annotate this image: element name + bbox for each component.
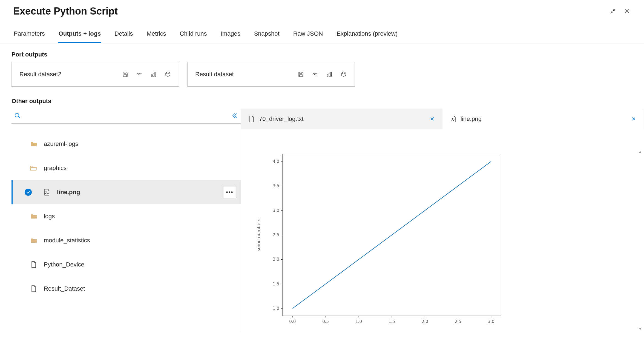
tree-item-module-statistics[interactable]: module_statistics <box>12 228 241 253</box>
file-icon <box>249 116 255 122</box>
svg-rect-5 <box>327 75 328 76</box>
preview-icon[interactable] <box>312 71 318 78</box>
port-output-label: Result dataset2 <box>19 71 122 78</box>
chart-ytick: 3.5 <box>273 183 279 188</box>
port-outputs-heading: Port outputs <box>12 51 633 58</box>
chart-xtick: 1.5 <box>389 319 395 324</box>
chart-ytick: 2.5 <box>273 232 279 237</box>
chart-ytick: 1.0 <box>273 306 279 311</box>
image-icon <box>43 189 50 196</box>
tree-item-label: logs <box>44 213 55 220</box>
close-tab-icon[interactable]: ✕ <box>631 116 636 122</box>
tree-item-azureml-logs[interactable]: azureml-logs <box>12 132 241 156</box>
svg-line-9 <box>18 117 20 118</box>
tree-item-label: Result_Dataset <box>44 285 85 292</box>
collapse-icon[interactable] <box>231 112 238 120</box>
chart-xtick: 1.0 <box>355 319 362 324</box>
tree-item-label: azureml-logs <box>44 140 78 148</box>
tab-child-runs[interactable]: Child runs <box>179 30 207 43</box>
file-tab-label: 70_driver_log.txt <box>259 115 426 123</box>
svg-point-4 <box>314 73 316 75</box>
tab-outputs-logs[interactable]: Outputs + logs <box>58 30 102 43</box>
preview-icon[interactable] <box>136 71 143 78</box>
save-icon[interactable] <box>122 71 128 78</box>
chart-ytick: 2.0 <box>273 257 279 262</box>
file-icon <box>30 285 37 292</box>
tree-item-result-dataset[interactable]: Result_Dataset <box>12 277 241 301</box>
tree-item-label: line.png <box>57 189 80 196</box>
tab-metrics[interactable]: Metrics <box>146 30 167 43</box>
tab-raw-json[interactable]: Raw JSON <box>293 30 324 43</box>
chart-xtick: 2.0 <box>422 319 428 324</box>
checkmark-icon <box>25 189 32 196</box>
register-dataset-icon[interactable] <box>165 71 171 78</box>
vertical-scrollbar[interactable]: ▲ ▼ <box>636 148 644 332</box>
folder-open-icon <box>30 165 37 172</box>
svg-rect-7 <box>330 72 332 76</box>
tab-images[interactable]: Images <box>220 30 241 43</box>
folder-icon <box>30 213 37 220</box>
port-output-label: Result dataset <box>195 71 298 78</box>
scroll-down-icon[interactable]: ▼ <box>636 325 644 332</box>
folder-icon <box>30 140 37 148</box>
svg-point-10 <box>45 191 46 192</box>
chart-ytick: 1.5 <box>273 282 279 287</box>
page-title: Execute Python Script <box>13 5 609 17</box>
chart-ylabel: some numbers <box>256 219 261 251</box>
file-tab-70-driver-log-txt[interactable]: 70_driver_log.txt✕ <box>241 109 442 129</box>
register-dataset-icon[interactable] <box>340 71 347 78</box>
file-icon <box>30 261 37 268</box>
search-icon[interactable] <box>14 112 21 120</box>
svg-rect-1 <box>151 75 153 76</box>
restore-icon[interactable] <box>609 7 617 15</box>
svg-point-0 <box>139 73 140 75</box>
close-icon[interactable] <box>623 7 631 15</box>
close-tab-icon[interactable]: ✕ <box>430 116 435 122</box>
file-tab-label: line.png <box>461 115 627 123</box>
tree-item-label: module_statistics <box>44 237 90 244</box>
line-chart: 0.00.51.01.52.02.53.01.01.52.02.53.03.54… <box>252 146 507 332</box>
tree-item-logs[interactable]: logs <box>12 204 241 228</box>
other-outputs-heading: Other outputs <box>12 98 633 105</box>
chart-xtick: 0.0 <box>289 319 296 324</box>
chart-xtick: 0.5 <box>322 319 329 324</box>
chart-series <box>292 161 491 308</box>
visualize-icon[interactable] <box>326 71 333 78</box>
tree-item-line-png[interactable]: line.png••• <box>12 180 241 204</box>
svg-rect-6 <box>329 73 330 76</box>
chart-xtick: 3.0 <box>488 319 495 324</box>
more-button[interactable]: ••• <box>223 186 236 198</box>
tree-item-label: Python_Device <box>44 261 84 268</box>
visualize-icon[interactable] <box>150 71 157 78</box>
svg-rect-2 <box>153 73 154 76</box>
port-output-card: Result dataset2 <box>12 62 179 87</box>
tab-details[interactable]: Details <box>114 30 133 43</box>
tree-item-label: graphics <box>44 165 67 172</box>
svg-point-11 <box>452 118 453 119</box>
svg-point-8 <box>15 113 19 117</box>
chart-xtick: 2.5 <box>455 319 461 324</box>
chart-ytick: 4.0 <box>273 159 279 164</box>
file-tab-line-png[interactable]: line.png✕ <box>442 109 644 129</box>
scroll-up-icon[interactable]: ▲ <box>636 148 644 155</box>
image-icon <box>450 116 456 122</box>
folder-icon <box>30 237 37 244</box>
chart-ytick: 3.0 <box>273 208 279 213</box>
svg-rect-3 <box>155 72 156 76</box>
tab-explanations-preview-[interactable]: Explanations (preview) <box>336 30 398 43</box>
save-icon[interactable] <box>298 71 304 78</box>
port-output-card: Result dataset <box>187 62 355 87</box>
tree-item-python-device[interactable]: Python_Device <box>12 253 241 277</box>
tree-item-graphics[interactable]: graphics <box>12 156 241 180</box>
tab-snapshot[interactable]: Snapshot <box>254 30 280 43</box>
tab-parameters[interactable]: Parameters <box>13 30 45 43</box>
